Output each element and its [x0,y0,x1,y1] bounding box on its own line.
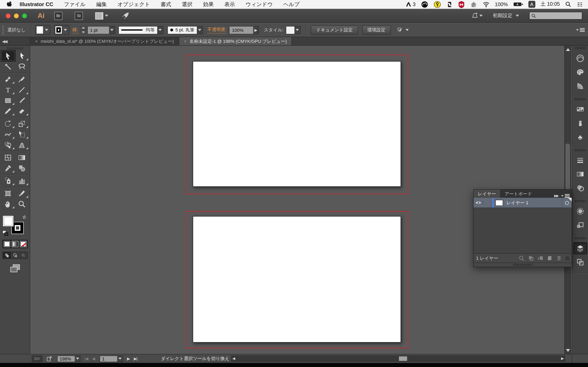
tab-close-icon[interactable]: × [35,39,38,44]
opacity-expand-arrow[interactable]: ▶ [253,26,259,34]
menu-item-4[interactable]: 選択 [182,1,192,7]
close-button[interactable] [6,13,11,18]
tab-artboards[interactable]: アートボード [501,190,536,198]
gradient-tool[interactable] [15,152,29,163]
draw-inside-icon[interactable] [19,252,27,259]
minimize-button[interactable] [14,13,19,18]
direct-selection-tool[interactable] [15,50,29,61]
scroll-left-arrow[interactable]: ◀ [232,356,235,360]
layer-thumbnail[interactable] [495,200,503,206]
opacity-field[interactable]: 100% ▶ [229,26,259,34]
menubar-clock[interactable]: 土 10:05 [540,1,560,8]
pencil-tool[interactable] [1,106,15,116]
collapse-panel-icon[interactable]: ▶▶ [554,194,558,198]
toolbar-drag-handle[interactable] [7,47,23,50]
fill-proxy-well[interactable] [2,215,14,227]
document-tab-2[interactable]: × 名称未設定-1 @ 198% (CMYK/GPU プレビュー) [179,37,292,45]
opacity-panel-link[interactable]: 不透明度: [208,26,227,33]
document-tab-1[interactable]: × meishi_data_ol.ai* @ 100% (CMYK/オーバープリ… [30,37,179,45]
screen-mode-icon[interactable] [9,264,20,273]
wifi-icon[interactable] [483,1,490,7]
horizontal-scroll-thumb[interactable] [399,356,407,361]
style-dropdown[interactable] [294,26,300,34]
graphic-styles-icon[interactable] [573,219,587,231]
scale-tool[interactable] [15,118,29,129]
artboard-2[interactable] [193,216,401,342]
artboard-1[interactable] [193,61,401,187]
sync-arrows-icon[interactable] [446,1,453,8]
artboard-number-value[interactable]: 1 [100,356,117,361]
control-panel-menu-icon[interactable] [576,28,588,32]
align-glyph-icon[interactable] [397,26,409,34]
delete-layer-icon[interactable] [556,255,562,261]
symbol-sprayer-tool[interactable] [1,175,15,186]
menu-item-1[interactable]: 編集 [96,1,107,7]
none-button[interactable] [19,240,27,248]
stroke-profile-dropdown[interactable] [157,26,163,34]
new-sublayer-icon[interactable] [537,255,543,261]
locate-object-icon[interactable] [519,255,524,261]
stroke-width-stepper[interactable] [81,26,86,34]
password-key-icon[interactable] [434,1,441,8]
scroll-up-arrow[interactable] [565,47,571,52]
stock-button[interactable]: St [75,12,83,20]
width-tool[interactable] [1,129,15,140]
style-field[interactable] [286,26,301,34]
lock-toggle-cell[interactable] [484,198,492,208]
next-artboard-button[interactable]: ▶ [127,356,130,361]
spotlight-search-icon[interactable] [565,1,571,7]
controlbar-grip[interactable] [2,25,4,34]
menu-item-7[interactable]: ウィンドウ [246,1,273,7]
free-transform-tool[interactable] [15,129,29,140]
gradient-icon[interactable] [573,168,587,180]
visibility-eye-icon[interactable] [474,201,484,205]
transparency-icon[interactable] [573,182,587,194]
fill-swatch[interactable] [36,26,43,34]
appearance-icon[interactable] [573,205,587,217]
perspective-grid-tool[interactable] [15,140,29,150]
stroke-width-value[interactable]: 1 pt [87,26,109,34]
magic-wand-tool[interactable] [1,61,15,72]
layers-list-empty-area[interactable] [474,208,572,254]
tab-label[interactable]: meishi_data_ol.ai* @ 100% (CMYK/オーバープリント… [41,38,174,44]
color-icon[interactable] [573,66,587,78]
zoom-level-value[interactable]: 198% [58,356,75,361]
slice-tool[interactable] [15,188,29,199]
default-fill-stroke-icon[interactable] [2,230,8,236]
stroke-panel-link[interactable]: 線: [72,26,78,33]
blend-tool[interactable] [15,163,29,173]
panel-group-drag-handle[interactable] [575,200,586,202]
menu-item-5[interactable]: 効果 [203,1,214,7]
tab-close-icon[interactable]: × [184,39,187,44]
panel-resize-bar[interactable] [474,263,572,267]
hand-tool[interactable] [1,199,15,209]
brushes-icon[interactable] [573,117,587,129]
menu-item-2[interactable]: オブジェクト [117,1,150,7]
tab-label[interactable]: 名称未設定-1 @ 198% (CMYK/GPU プレビュー) [190,38,287,44]
search-input[interactable] [529,12,582,20]
menu-item-6[interactable]: 表示 [224,1,235,7]
panel-group-drag-handle[interactable] [575,149,586,151]
panel-group-drag-handle[interactable] [575,47,586,49]
creative-cloud-icon[interactable] [421,1,428,8]
menu-item-3[interactable]: 書式 [161,1,171,7]
opacity-value[interactable]: 100% [229,26,253,34]
color-guide-icon[interactable] [573,80,587,92]
stroke-profile-field[interactable]: 均等 [118,26,163,34]
brush-field[interactable]: 5 pt. 丸筆 [167,26,203,34]
artboard-number-dropdown[interactable]: 1 [100,355,123,362]
line-segment-tool[interactable] [15,84,29,95]
artboard-tool[interactable] [1,188,15,199]
layer-row[interactable]: レイヤー 1 [474,198,572,208]
preferences-button[interactable]: 環境設定 [362,25,391,34]
lasso-tool[interactable] [15,61,29,72]
gradient-button[interactable] [11,240,19,248]
selection-tool[interactable] [1,50,15,61]
layer-name[interactable]: レイヤー 1 [506,200,528,206]
new-layer-icon[interactable] [547,255,553,261]
menu-item-8[interactable]: ヘルプ [283,1,300,7]
mcafee-shield-icon[interactable] [458,1,465,8]
panel-group-drag-handle[interactable] [575,98,586,100]
gpu-performance-icon[interactable] [121,12,130,20]
toolbar-collapse-icon[interactable]: ◀◀ [0,37,30,45]
